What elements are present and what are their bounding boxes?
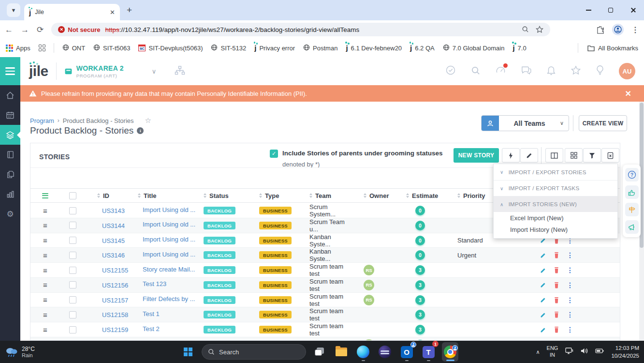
approvals-icon[interactable] [445, 65, 456, 77]
favorite-page-star-icon[interactable]: ☆ [145, 116, 151, 125]
sort-icon[interactable] [97, 193, 100, 198]
dashboard-gauge-icon[interactable] [495, 65, 506, 77]
menu-item[interactable]: Excel Import (New) [494, 212, 617, 224]
taskbar-weather-widget[interactable]: 28°C Rain [0, 346, 35, 358]
story-id-link[interactable]: US12155 [102, 267, 128, 274]
edge-button[interactable] [355, 342, 371, 362]
story-title-link[interactable]: Import Using old ... [143, 221, 195, 228]
create-view-button[interactable]: CREATE VIEW [579, 115, 627, 131]
story-id-link[interactable]: US3144 [102, 222, 125, 229]
file-explorer-button[interactable] [333, 342, 350, 362]
tab-search-button[interactable]: ▼ [7, 3, 20, 17]
window-minimize-button[interactable] [577, 0, 600, 20]
sidebar-item-home[interactable] [0, 85, 20, 105]
sort-icon[interactable] [364, 193, 366, 198]
more-options-icon[interactable]: ⋮ [567, 281, 573, 289]
column-header-team[interactable]: Team [298, 192, 352, 199]
story-title-link[interactable]: Import Using old ... [143, 251, 195, 258]
column-header-id[interactable]: ID [86, 192, 126, 199]
bookmark-item[interactable]: Apps [6, 45, 30, 52]
team-filter-dropdown[interactable]: All Teams ∨ [481, 115, 569, 131]
edit-pencil-icon[interactable] [540, 312, 546, 318]
row-checkbox[interactable] [69, 252, 76, 259]
edit-pencil-icon[interactable] [540, 282, 546, 288]
guide-signpost-button[interactable] [625, 203, 639, 216]
window-close-button[interactable] [622, 0, 644, 20]
sidebar-item-settings[interactable]: ⚙ [0, 204, 20, 224]
more-options-icon[interactable]: ⋮ [567, 296, 573, 304]
sort-icon[interactable] [457, 193, 460, 198]
drag-handle-icon[interactable]: ≡ [43, 311, 58, 319]
edit-pencil-icon[interactable] [540, 267, 546, 273]
sort-icon[interactable] [204, 193, 206, 198]
drag-handle-icon[interactable]: ≡ [43, 281, 58, 289]
chrome-button[interactable] [442, 342, 458, 362]
new-tab-button[interactable]: + [127, 5, 132, 15]
menu-group-header[interactable]: ∨IMPORT / EXPORT STORIES [494, 164, 617, 180]
drag-handle-icon[interactable]: ≡ [43, 236, 58, 244]
delete-trash-icon[interactable] [554, 326, 559, 333]
story-id-link[interactable]: US3146 [102, 252, 125, 259]
story-title-link[interactable]: Filter Defects by ... [143, 295, 195, 302]
row-checkbox[interactable] [69, 296, 76, 303]
drag-handle-icon[interactable]: ≡ [43, 266, 58, 274]
new-story-button[interactable]: NEW STORY [454, 148, 499, 163]
bookmark-item[interactable]: ONT [62, 44, 85, 52]
tray-expand-chevron[interactable]: ∧ [536, 349, 540, 355]
story-id-link[interactable]: US12157 [102, 297, 128, 304]
edit-pencil-icon[interactable] [540, 327, 546, 333]
breadcrumb-program-link[interactable]: Program [30, 117, 54, 124]
drag-handle-icon[interactable]: ≡ [43, 296, 58, 304]
zoom-icon[interactable] [522, 26, 529, 33]
task-view-button[interactable] [311, 342, 328, 362]
story-id-link[interactable]: US12158 [102, 311, 128, 318]
row-checkbox[interactable] [69, 326, 76, 333]
column-header-status[interactable]: Status [192, 192, 248, 199]
story-id-link[interactable]: US12159 [102, 326, 128, 333]
outlook-button[interactable]: O [398, 342, 415, 362]
more-options-icon[interactable]: ⋮ [567, 266, 573, 274]
story-title-link[interactable]: Test 123 [143, 280, 166, 287]
select-all-checkbox[interactable] [69, 192, 76, 199]
filter-button[interactable] [583, 148, 601, 163]
bookmark-item[interactable]: 7.0 Global Domain [443, 44, 505, 52]
edit-pencil-icon[interactable] [540, 297, 546, 303]
row-checkbox[interactable] [69, 207, 76, 214]
bookmark-item[interactable]: SIT-t5063 [93, 44, 130, 52]
row-checkbox[interactable] [69, 281, 76, 288]
language-indicator[interactable]: ENGIN [547, 345, 558, 359]
network-icon[interactable] [565, 347, 573, 357]
menu-item[interactable]: Import History (New) [494, 224, 617, 235]
info-icon[interactable]: i [137, 127, 144, 134]
sidebar-item-plan[interactable] [0, 105, 20, 125]
column-header-title[interactable]: Title [126, 192, 192, 199]
delete-trash-icon[interactable] [554, 297, 559, 303]
include-stories-checkbox[interactable]: ✓ [270, 150, 278, 158]
hierarchy-icon[interactable] [175, 66, 185, 77]
banner-close-icon[interactable]: ✕ [625, 89, 631, 98]
lightbulb-icon[interactable] [596, 65, 604, 77]
help-button[interactable]: ? [625, 168, 639, 182]
hamburger-menu-button[interactable] [0, 57, 20, 85]
delete-trash-icon[interactable] [554, 282, 559, 288]
delete-trash-icon[interactable] [554, 311, 559, 318]
delete-trash-icon[interactable] [554, 252, 559, 258]
bookmark-item[interactable] [39, 45, 45, 51]
bookmark-item[interactable]: Postman [303, 44, 337, 52]
bookmark-item[interactable]: SIT-5132 [211, 44, 246, 52]
story-title-link[interactable]: Import Using old ... [143, 236, 195, 243]
story-id-link[interactable]: US3143 [102, 207, 125, 214]
bookmark-item[interactable]: jPrivacy error [254, 44, 295, 52]
row-checkbox[interactable] [69, 311, 76, 318]
url-bar[interactable]: ✕ Not secure https://10.32.47.119/app/t-… [51, 23, 550, 36]
more-options-icon[interactable]: ⋮ [567, 251, 573, 259]
more-options-icon[interactable]: ⋮ [567, 311, 573, 318]
search-icon[interactable] [470, 65, 481, 77]
workspace-chevron-icon[interactable]: ∨ [152, 68, 157, 75]
all-bookmarks-button[interactable]: All Bookmarks [578, 43, 638, 53]
sidebar-item-backlog[interactable] [0, 125, 20, 145]
eclipse-button[interactable] [377, 342, 393, 362]
favorites-star-icon[interactable] [571, 65, 581, 77]
extensions-icon[interactable] [596, 26, 604, 34]
start-button[interactable] [180, 342, 196, 362]
